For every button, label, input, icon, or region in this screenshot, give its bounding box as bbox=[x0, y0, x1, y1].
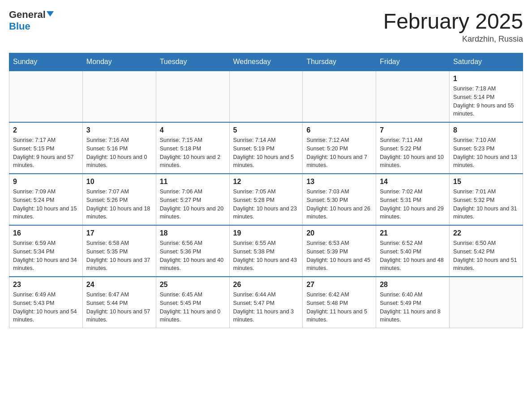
logo-general-text: General bbox=[9, 9, 46, 21]
day-info: Sunrise: 7:16 AMSunset: 5:16 PMDaylight:… bbox=[86, 136, 152, 170]
calendar-day-cell: 15Sunrise: 7:01 AMSunset: 5:32 PMDayligh… bbox=[450, 174, 523, 225]
day-info: Sunrise: 7:06 AMSunset: 5:27 PMDaylight:… bbox=[160, 188, 226, 221]
calendar-table: SundayMondayTuesdayWednesdayThursdayFrid… bbox=[9, 53, 523, 328]
page-header: General Blue February 2025 Kardzhin, Rus… bbox=[9, 9, 523, 44]
day-of-week-header: Thursday bbox=[303, 53, 376, 71]
calendar-day-cell: 13Sunrise: 7:03 AMSunset: 5:30 PMDayligh… bbox=[303, 174, 376, 225]
calendar-day-cell: 20Sunrise: 6:53 AMSunset: 5:39 PMDayligh… bbox=[303, 225, 376, 277]
calendar-day-cell: 22Sunrise: 6:50 AMSunset: 5:42 PMDayligh… bbox=[450, 225, 523, 277]
calendar-day-cell bbox=[229, 71, 303, 122]
calendar-week-row: 9Sunrise: 7:09 AMSunset: 5:24 PMDaylight… bbox=[9, 174, 523, 225]
location: Kardzhin, Russia bbox=[383, 34, 523, 44]
calendar-day-cell: 7Sunrise: 7:11 AMSunset: 5:22 PMDaylight… bbox=[376, 122, 450, 174]
day-number: 10 bbox=[86, 178, 152, 186]
calendar-day-cell: 25Sunrise: 6:45 AMSunset: 5:45 PMDayligh… bbox=[156, 277, 229, 328]
calendar-day-cell: 27Sunrise: 6:42 AMSunset: 5:48 PMDayligh… bbox=[303, 277, 376, 328]
day-info: Sunrise: 6:59 AMSunset: 5:34 PMDaylight:… bbox=[13, 239, 79, 273]
calendar-week-row: 1Sunrise: 7:18 AMSunset: 5:14 PMDaylight… bbox=[9, 71, 523, 122]
calendar-day-cell: 23Sunrise: 6:49 AMSunset: 5:43 PMDayligh… bbox=[9, 277, 83, 328]
day-number: 14 bbox=[380, 178, 446, 186]
day-info: Sunrise: 7:12 AMSunset: 5:20 PMDaylight:… bbox=[306, 136, 372, 170]
day-number: 1 bbox=[453, 75, 519, 83]
day-info: Sunrise: 7:15 AMSunset: 5:18 PMDaylight:… bbox=[160, 136, 226, 170]
day-number: 28 bbox=[380, 281, 446, 289]
calendar-day-cell: 24Sunrise: 6:47 AMSunset: 5:44 PMDayligh… bbox=[82, 277, 156, 328]
day-info: Sunrise: 6:53 AMSunset: 5:39 PMDaylight:… bbox=[306, 239, 372, 273]
day-info: Sunrise: 6:58 AMSunset: 5:35 PMDaylight:… bbox=[86, 239, 152, 273]
calendar-day-cell: 18Sunrise: 6:56 AMSunset: 5:36 PMDayligh… bbox=[156, 225, 229, 277]
day-info: Sunrise: 6:45 AMSunset: 5:45 PMDaylight:… bbox=[160, 291, 226, 324]
day-of-week-header: Tuesday bbox=[156, 53, 229, 71]
calendar-day-cell: 1Sunrise: 7:18 AMSunset: 5:14 PMDaylight… bbox=[450, 71, 523, 122]
day-number: 21 bbox=[380, 229, 446, 237]
day-number: 16 bbox=[13, 229, 79, 237]
day-info: Sunrise: 7:11 AMSunset: 5:22 PMDaylight:… bbox=[380, 136, 446, 170]
day-of-week-header: Sunday bbox=[9, 53, 83, 71]
calendar-day-cell: 14Sunrise: 7:02 AMSunset: 5:31 PMDayligh… bbox=[376, 174, 450, 225]
day-number: 26 bbox=[233, 281, 299, 289]
day-number: 13 bbox=[306, 178, 372, 186]
day-info: Sunrise: 7:10 AMSunset: 5:23 PMDaylight:… bbox=[453, 136, 519, 170]
day-info: Sunrise: 6:55 AMSunset: 5:38 PMDaylight:… bbox=[233, 239, 299, 273]
day-number: 24 bbox=[86, 281, 152, 289]
day-number: 9 bbox=[13, 178, 79, 186]
day-info: Sunrise: 6:42 AMSunset: 5:48 PMDaylight:… bbox=[306, 291, 372, 324]
day-info: Sunrise: 7:05 AMSunset: 5:28 PMDaylight:… bbox=[233, 188, 299, 221]
day-info: Sunrise: 7:02 AMSunset: 5:31 PMDaylight:… bbox=[380, 188, 446, 221]
day-number: 19 bbox=[233, 229, 299, 237]
calendar-day-cell: 16Sunrise: 6:59 AMSunset: 5:34 PMDayligh… bbox=[9, 225, 83, 277]
day-info: Sunrise: 7:17 AMSunset: 5:15 PMDaylight:… bbox=[13, 136, 79, 170]
day-number: 3 bbox=[86, 126, 152, 134]
day-info: Sunrise: 7:14 AMSunset: 5:19 PMDaylight:… bbox=[233, 136, 299, 170]
logo-triangle-icon bbox=[47, 11, 54, 17]
day-info: Sunrise: 6:52 AMSunset: 5:40 PMDaylight:… bbox=[380, 239, 446, 273]
day-number: 25 bbox=[160, 281, 226, 289]
day-number: 22 bbox=[453, 229, 519, 237]
day-info: Sunrise: 6:44 AMSunset: 5:47 PMDaylight:… bbox=[233, 291, 299, 324]
day-info: Sunrise: 7:18 AMSunset: 5:14 PMDaylight:… bbox=[453, 85, 519, 118]
day-info: Sunrise: 6:40 AMSunset: 5:49 PMDaylight:… bbox=[380, 291, 446, 324]
calendar-day-cell bbox=[9, 71, 83, 122]
calendar-day-cell: 5Sunrise: 7:14 AMSunset: 5:19 PMDaylight… bbox=[229, 122, 303, 174]
day-number: 15 bbox=[453, 178, 519, 186]
calendar-day-cell bbox=[82, 71, 156, 122]
day-number: 11 bbox=[160, 178, 226, 186]
day-number: 17 bbox=[86, 229, 152, 237]
day-info: Sunrise: 6:49 AMSunset: 5:43 PMDaylight:… bbox=[13, 291, 79, 324]
day-number: 5 bbox=[233, 126, 299, 134]
calendar-day-cell: 8Sunrise: 7:10 AMSunset: 5:23 PMDaylight… bbox=[450, 122, 523, 174]
calendar-day-cell: 11Sunrise: 7:06 AMSunset: 5:27 PMDayligh… bbox=[156, 174, 229, 225]
logo: General Blue bbox=[9, 9, 54, 32]
day-info: Sunrise: 7:09 AMSunset: 5:24 PMDaylight:… bbox=[13, 188, 79, 221]
calendar-day-cell: 28Sunrise: 6:40 AMSunset: 5:49 PMDayligh… bbox=[376, 277, 450, 328]
calendar-day-cell: 6Sunrise: 7:12 AMSunset: 5:20 PMDaylight… bbox=[303, 122, 376, 174]
day-info: Sunrise: 7:01 AMSunset: 5:32 PMDaylight:… bbox=[453, 188, 519, 221]
day-number: 23 bbox=[13, 281, 79, 289]
day-info: Sunrise: 7:07 AMSunset: 5:26 PMDaylight:… bbox=[86, 188, 152, 221]
calendar-day-cell: 17Sunrise: 6:58 AMSunset: 5:35 PMDayligh… bbox=[82, 225, 156, 277]
day-of-week-header: Friday bbox=[376, 53, 450, 71]
logo-blue-text: Blue bbox=[9, 21, 30, 32]
calendar-day-cell: 12Sunrise: 7:05 AMSunset: 5:28 PMDayligh… bbox=[229, 174, 303, 225]
calendar-week-row: 16Sunrise: 6:59 AMSunset: 5:34 PMDayligh… bbox=[9, 225, 523, 277]
calendar-day-cell bbox=[156, 71, 229, 122]
day-number: 4 bbox=[160, 126, 226, 134]
day-number: 12 bbox=[233, 178, 299, 186]
day-number: 7 bbox=[380, 126, 446, 134]
calendar-day-cell: 3Sunrise: 7:16 AMSunset: 5:16 PMDaylight… bbox=[82, 122, 156, 174]
calendar-day-cell bbox=[376, 71, 450, 122]
day-number: 8 bbox=[453, 126, 519, 134]
day-info: Sunrise: 7:03 AMSunset: 5:30 PMDaylight:… bbox=[306, 188, 372, 221]
calendar-week-row: 23Sunrise: 6:49 AMSunset: 5:43 PMDayligh… bbox=[9, 277, 523, 328]
calendar-day-cell: 4Sunrise: 7:15 AMSunset: 5:18 PMDaylight… bbox=[156, 122, 229, 174]
calendar-day-cell: 2Sunrise: 7:17 AMSunset: 5:15 PMDaylight… bbox=[9, 122, 83, 174]
day-info: Sunrise: 6:50 AMSunset: 5:42 PMDaylight:… bbox=[453, 239, 519, 273]
day-number: 18 bbox=[160, 229, 226, 237]
day-of-week-header: Monday bbox=[82, 53, 156, 71]
day-info: Sunrise: 6:56 AMSunset: 5:36 PMDaylight:… bbox=[160, 239, 226, 273]
title-section: February 2025 Kardzhin, Russia bbox=[383, 9, 523, 44]
calendar-day-cell: 19Sunrise: 6:55 AMSunset: 5:38 PMDayligh… bbox=[229, 225, 303, 277]
calendar-day-cell bbox=[450, 277, 523, 328]
day-number: 27 bbox=[306, 281, 372, 289]
calendar-day-cell: 10Sunrise: 7:07 AMSunset: 5:26 PMDayligh… bbox=[82, 174, 156, 225]
